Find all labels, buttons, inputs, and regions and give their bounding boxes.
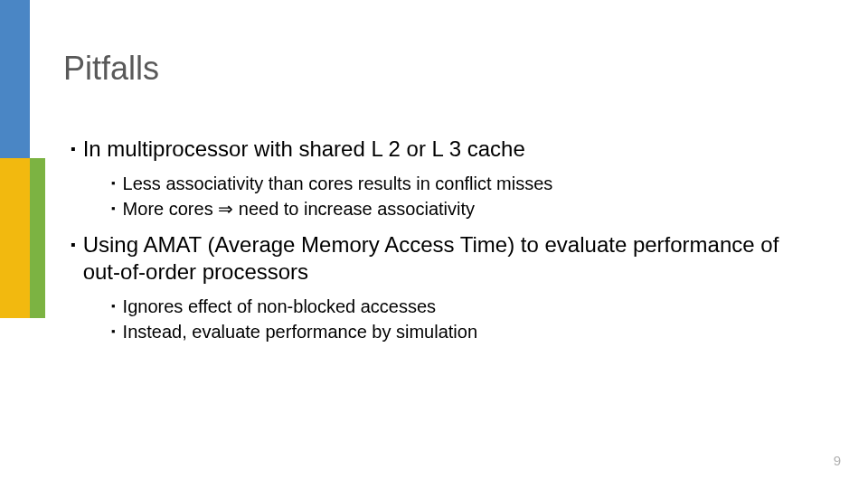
implies-icon: ⇒ [218,199,233,219]
list-item: ▪ Ignores effect of non-blocked accesses [111,295,821,318]
slide: Pitfalls ▪ In multiprocessor with shared… [0,0,868,488]
list-item: ▪ Using AMAT (Average Memory Access Time… [71,231,821,286]
list-item: ▪ Less associativity than cores results … [111,172,821,195]
list-item: ▪ In multiprocessor with shared L 2 or L… [71,136,821,163]
sublist: ▪ Less associativity than cores results … [111,172,821,221]
text-prefix: More cores [123,199,219,219]
list-item: ▪ More cores ⇒ need to increase associat… [111,197,821,221]
text-suffix: need to increase associativity [233,199,475,219]
bullet-icon: ▪ [71,231,76,258]
bullet-icon: ▪ [111,197,116,221]
page-number: 9 [834,453,841,468]
decor-yellow-bar [0,158,30,318]
sublist: ▪ Ignores effect of non-blocked accesses… [111,295,821,343]
bullet-icon: ▪ [71,136,76,163]
list-item-text: Less associativity than cores results in… [123,172,553,195]
bullet-icon: ▪ [111,320,116,343]
slide-content: ▪ In multiprocessor with shared L 2 or L… [71,127,821,354]
list-item-text: Instead, evaluate performance by simulat… [123,320,477,343]
bullet-icon: ▪ [111,172,116,195]
list-item-text: More cores ⇒ need to increase associativ… [123,197,475,221]
bullet-icon: ▪ [111,295,116,318]
list-item-text: Ignores effect of non-blocked accesses [123,295,437,318]
list-item: ▪ Instead, evaluate performance by simul… [111,320,821,343]
list-item-text: In multiprocessor with shared L 2 or L 3… [83,136,525,163]
list-item-text: Using AMAT (Average Memory Access Time) … [83,231,821,286]
slide-title: Pitfalls [63,50,159,88]
